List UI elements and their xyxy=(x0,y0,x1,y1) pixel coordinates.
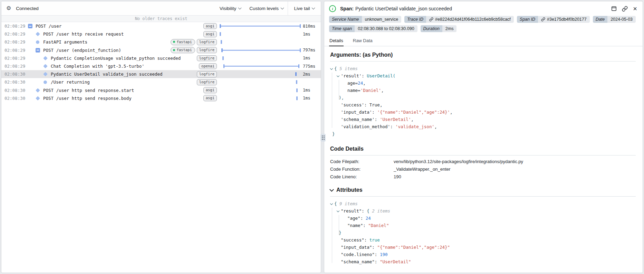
badge-asgi: asgi xyxy=(203,95,217,101)
meta-chip-trace-id: Trace ID#e8224d24d41f064b112c6eb9cb58cac… xyxy=(404,16,514,23)
trace-row-badges: asgi xyxy=(203,31,217,37)
meta-chip-value: 2024-05-03 xyxy=(607,16,636,23)
trace-row-label: Chat Completion with 'gpt-3.5-turbo' xyxy=(51,64,144,69)
attributes-section-toggle[interactable]: Attributes xyxy=(330,187,636,193)
tree-expand-chevron-icon[interactable] xyxy=(330,202,333,205)
meta-chip-value[interactable]: #3e175db4f0b20177 xyxy=(538,16,590,23)
code-detail-value: _ValidateWrapper._on_enter xyxy=(394,167,636,172)
trace-row[interactable]: 02:08:29Pydantic CompletionUsage validat… xyxy=(1,54,321,62)
duration-bar xyxy=(220,78,301,86)
duration-label: 1ms xyxy=(303,96,321,101)
arguments-heading: Arguments: (as Python) xyxy=(330,52,636,58)
meta-chip-value[interactable]: #e8224d24d41f064b112c6eb9cb58cacf xyxy=(426,16,514,23)
close-icon[interactable]: × xyxy=(633,6,637,11)
trace-timestamp: 02:08:29 xyxy=(1,31,28,37)
tree-line: { 5 items xyxy=(330,65,636,72)
meta-chip-duration: Duration2ms xyxy=(421,25,457,32)
tab-details[interactable]: Details xyxy=(329,36,344,46)
trace-row-label: POST /user http receive request xyxy=(43,31,124,37)
badge-asgi: asgi xyxy=(203,23,217,29)
visibility-dropdown[interactable]: Visibility xyxy=(215,1,246,15)
chevron-down-icon xyxy=(281,6,284,10)
panel-layout-icon[interactable] xyxy=(611,6,617,11)
green-dot-icon xyxy=(173,49,175,51)
span-kind-label: Span: xyxy=(340,6,354,11)
info-icon: i xyxy=(329,5,336,12)
copy-link-icon[interactable] xyxy=(622,6,628,12)
trace-row[interactable]: 02:08:30POST /user http send response.bo… xyxy=(1,94,321,102)
trace-row-label: POST /user http send response.body xyxy=(43,96,132,101)
minus-square-icon[interactable] xyxy=(35,48,40,53)
chevron-down-icon xyxy=(312,6,315,10)
tree-line: ), xyxy=(330,94,636,101)
trace-row[interactable]: 02:08:29POST /userasgi810ms xyxy=(1,22,321,30)
custom-levels-dropdown[interactable]: Custom levels xyxy=(245,1,288,15)
code-detail-label: Code Filepath: xyxy=(330,159,394,164)
tree-line: "input_data": "{"name":"Daniel","age":24… xyxy=(330,244,636,251)
duration-bar xyxy=(220,38,301,46)
chevron-down-icon xyxy=(329,187,334,192)
tree-line: 'input_data': '{"name":"Daniel","age":24… xyxy=(330,108,636,116)
panel-resize-handle[interactable] xyxy=(320,134,326,142)
code-details-heading: Code Details xyxy=(330,146,636,152)
trace-timestamp: 02:08:29 xyxy=(1,56,28,61)
meta-chip-label: Service Name xyxy=(329,16,362,23)
tree-expand-chevron-icon[interactable] xyxy=(330,67,333,70)
trace-row[interactable]: 02:08:30POST /user http send response.st… xyxy=(1,86,321,94)
code-detail-value: 190 xyxy=(394,174,636,179)
link-icon xyxy=(541,17,545,21)
diamond-icon xyxy=(35,97,40,100)
badge-openai: openai xyxy=(199,63,217,69)
tree-line: 'result': UserDetail( xyxy=(330,72,636,79)
trace-row[interactable]: 02:08:29POST /user (endpoint_function)fa… xyxy=(1,46,321,54)
trace-row-badges: asgi xyxy=(203,87,217,93)
trace-row-label: /User returning xyxy=(51,79,90,85)
meta-chip-span-id: Span ID#3e175db4f0b20177 xyxy=(517,16,590,23)
trace-row-badges: asgi xyxy=(203,95,217,101)
duration-bar xyxy=(220,30,301,38)
trace-row-label: Pydantic UserDetail validate_json succee… xyxy=(51,72,163,77)
minus-square-icon[interactable] xyxy=(28,24,32,28)
trace-row-badges: logfire xyxy=(197,79,217,85)
tree-line: } xyxy=(330,229,636,236)
trace-row[interactable]: 02:08:29Chat Completion with 'gpt-3.5-tu… xyxy=(1,62,321,70)
tree-expand-chevron-icon[interactable] xyxy=(337,209,339,212)
tree-line: } xyxy=(330,130,636,138)
meta-chip-value: 2ms xyxy=(442,25,457,32)
live-tail-dropdown[interactable]: Live tail xyxy=(293,6,316,11)
duration-label: 1ms xyxy=(303,56,321,60)
no-older-traces-banner: No older traces exist xyxy=(1,16,321,22)
duration-bar xyxy=(220,54,301,62)
duration-label: 797ms xyxy=(303,48,321,53)
trace-row[interactable]: 02:08:30/User returninglogfire xyxy=(1,78,321,86)
tab-raw-data[interactable]: Raw Data xyxy=(353,36,373,46)
badge-logfire: logfire xyxy=(197,71,217,77)
span-detail-panel: i Span: Pydantic UserDetail validate_jso… xyxy=(324,1,643,273)
tree-line: "schema_name": "UserDetail" xyxy=(330,258,636,265)
tree-line: "success": true xyxy=(330,236,636,244)
green-dot-icon xyxy=(173,41,175,43)
trace-row-badges: openai xyxy=(199,63,217,69)
settings-gear-icon[interactable]: ⚙ xyxy=(6,6,11,11)
live-tail-dropdown-label: Live tail xyxy=(294,6,310,11)
circle-icon xyxy=(35,40,40,44)
duration-bar xyxy=(220,94,301,102)
tree-line: "name": "Daniel" xyxy=(330,222,636,229)
badge-asgi: asgi xyxy=(203,87,217,93)
trace-row-badges: asgi xyxy=(203,23,217,29)
duration-label: 2ms xyxy=(303,72,321,77)
trace-row[interactable]: 02:08:30Pydantic UserDetail validate_jso… xyxy=(1,70,321,78)
tree-expand-chevron-icon[interactable] xyxy=(337,74,339,77)
attributes-heading: Attributes xyxy=(336,187,363,193)
meta-chip-label: Trace ID xyxy=(404,16,426,23)
trace-row-badges: logfire xyxy=(197,55,217,62)
trace-row[interactable]: 02:08:29FastAPI argumentsfastapilogfire xyxy=(1,38,321,46)
tree-line: "code.lineno": 190 xyxy=(330,251,636,258)
detail-tabs: DetailsRaw Data xyxy=(324,36,643,46)
trace-row[interactable]: 02:08:29POST /user http receive requesta… xyxy=(1,30,321,38)
badge-logfire: logfire xyxy=(197,47,217,53)
trace-row-label: FastAPI arguments xyxy=(43,39,87,45)
duration-bar xyxy=(220,70,301,78)
code-detail-label: Code Lineno: xyxy=(330,174,394,179)
circle-icon xyxy=(43,81,48,84)
